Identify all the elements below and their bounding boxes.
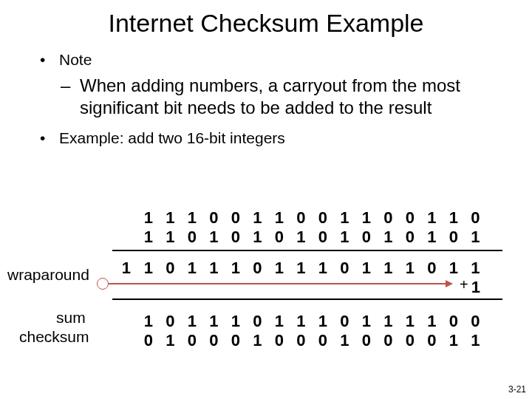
rule-1 bbox=[112, 250, 502, 251]
bullet-dot: • bbox=[40, 51, 59, 69]
bit: 1 bbox=[443, 331, 465, 350]
bit: 0 bbox=[247, 259, 269, 278]
bits-row-carry: 1 bbox=[115, 259, 137, 278]
bit: 1 bbox=[355, 208, 378, 228]
bit: 1 bbox=[355, 312, 378, 331]
bit: 0 bbox=[399, 208, 421, 228]
bit: 0 bbox=[290, 331, 313, 350]
bit: 1 bbox=[378, 259, 400, 278]
bit: 1 bbox=[312, 312, 334, 331]
bit: 1 bbox=[160, 228, 182, 247]
page-number: 3-21 bbox=[508, 384, 526, 395]
bit: 1 bbox=[290, 312, 313, 331]
bit: 0 bbox=[225, 208, 247, 228]
bit-carry: 1 bbox=[115, 259, 137, 278]
bit: 0 bbox=[443, 312, 465, 331]
bit: 0 bbox=[421, 259, 443, 278]
bit: 1 bbox=[399, 259, 421, 278]
wraparound-arrow-icon bbox=[109, 283, 447, 284]
bit: 1 bbox=[378, 228, 400, 247]
bit: 1 bbox=[225, 312, 247, 331]
bit: 1 bbox=[443, 259, 465, 278]
bits-row-3: 1011101110111011 bbox=[137, 259, 486, 278]
bit: 0 bbox=[312, 208, 334, 228]
bit: 1 bbox=[421, 228, 443, 247]
bit: 0 bbox=[268, 228, 290, 247]
bit: 1 bbox=[268, 259, 290, 278]
bit: 1 bbox=[181, 312, 203, 331]
bit: 1 bbox=[247, 208, 269, 228]
bit: 1 bbox=[137, 208, 160, 228]
bit: 0 bbox=[355, 331, 378, 350]
wraparound-arrowhead-icon bbox=[446, 280, 453, 287]
bit: 1 bbox=[312, 259, 334, 278]
bit: 1 bbox=[137, 312, 160, 331]
bit: 0 bbox=[137, 331, 160, 350]
bit: 1 bbox=[334, 331, 356, 350]
bit: 1 bbox=[203, 312, 225, 331]
bullet-example: • Example: add two 16-bit integers bbox=[40, 129, 491, 147]
bit: 1 bbox=[181, 259, 203, 278]
bit: 1 bbox=[355, 259, 378, 278]
bit: 1 bbox=[203, 228, 225, 247]
bit: 0 bbox=[334, 312, 356, 331]
bit: 0 bbox=[465, 208, 487, 228]
slide-body: • Note – When adding numbers, a carryout… bbox=[40, 51, 491, 147]
bit: 0 bbox=[160, 259, 182, 278]
bullet-dot: • bbox=[40, 129, 59, 147]
bit: 0 bbox=[378, 208, 400, 228]
subbullet-note-text: When adding numbers, a carryout from the… bbox=[80, 75, 491, 119]
bit: 0 bbox=[355, 228, 378, 247]
bit: 0 bbox=[225, 331, 247, 350]
bits-row-1: 1110011001100110 bbox=[137, 208, 486, 228]
bit: 1 bbox=[181, 208, 203, 228]
bits-row-add1: 1 bbox=[465, 278, 487, 297]
bit: 0 bbox=[378, 331, 400, 350]
bit: 1 bbox=[225, 259, 247, 278]
bits-row-checksum: 0100010001000011 bbox=[137, 331, 486, 350]
bit: 1 bbox=[421, 312, 443, 331]
bit: 0 bbox=[312, 228, 334, 247]
bit: 0 bbox=[181, 228, 203, 247]
bit: 0 bbox=[399, 228, 421, 247]
bullet-note: • Note bbox=[40, 51, 491, 69]
bit: 0 bbox=[399, 331, 421, 350]
bit: 1 bbox=[268, 208, 290, 228]
bit: 1 bbox=[247, 228, 269, 247]
bit: 1 bbox=[465, 259, 487, 278]
bit: 0 bbox=[203, 208, 225, 228]
bit: 1 bbox=[465, 331, 487, 350]
bit: 1 bbox=[247, 331, 269, 350]
wraparound-circle-icon bbox=[97, 278, 109, 290]
bit: 0 bbox=[334, 259, 356, 278]
bit: 0 bbox=[312, 331, 334, 350]
label-checksum: checksum bbox=[19, 328, 89, 346]
label-wraparound: wraparound bbox=[7, 266, 89, 284]
bit: 0 bbox=[203, 331, 225, 350]
bit: 1 bbox=[465, 228, 487, 247]
bit: 0 bbox=[465, 312, 487, 331]
bit: 0 bbox=[247, 312, 269, 331]
bit: 0 bbox=[181, 331, 203, 350]
slide-title: Internet Checksum Example bbox=[0, 9, 532, 38]
bit: 1 bbox=[334, 208, 356, 228]
bit: 0 bbox=[421, 331, 443, 350]
bits-row-2: 1101010101010101 bbox=[137, 228, 486, 247]
bit: 0 bbox=[225, 228, 247, 247]
bit: 1 bbox=[290, 228, 313, 247]
bit: 1 bbox=[203, 259, 225, 278]
bit: 1 bbox=[378, 312, 400, 331]
bit: 1 bbox=[137, 259, 160, 278]
bit: 1 bbox=[334, 228, 356, 247]
bit: 0 bbox=[160, 312, 182, 331]
bit: 1 bbox=[290, 259, 313, 278]
bullet-dash: – bbox=[61, 75, 80, 119]
bit: 1 bbox=[399, 312, 421, 331]
bit: 1 bbox=[268, 312, 290, 331]
rule-2 bbox=[112, 299, 502, 300]
bit: 1 bbox=[160, 331, 182, 350]
bit: 0 bbox=[290, 208, 313, 228]
bit: 1 bbox=[160, 208, 182, 228]
bit: 1 bbox=[421, 208, 443, 228]
bit: 0 bbox=[443, 228, 465, 247]
